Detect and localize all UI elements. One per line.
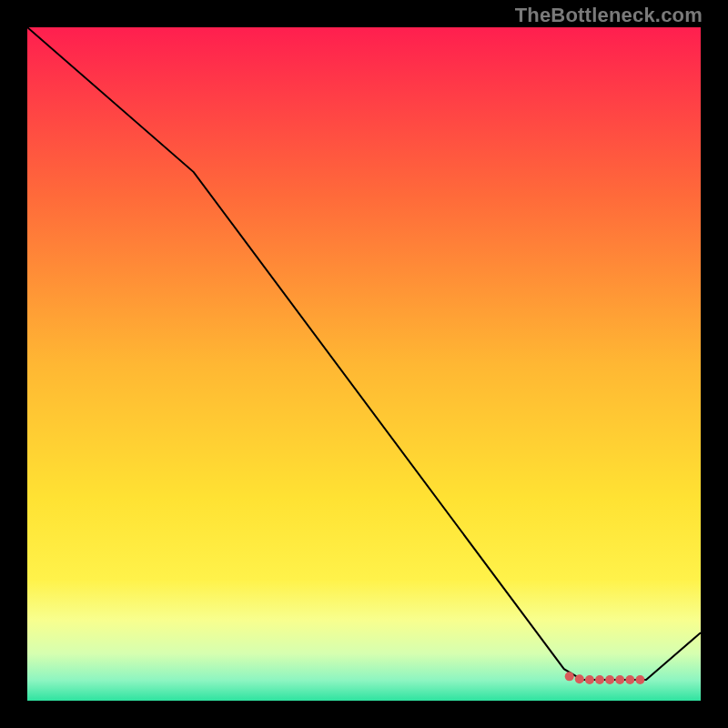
marker-point — [635, 675, 644, 684]
marker-point — [615, 675, 624, 684]
marker-point — [565, 672, 574, 681]
chart-frame: TheBottleneck.com — [0, 0, 728, 728]
marker-point — [585, 675, 594, 684]
watermark-text: TheBottleneck.com — [515, 4, 703, 27]
marker-point — [625, 675, 634, 684]
marker-point — [605, 675, 614, 684]
marker-point — [575, 674, 584, 683]
gradient-background — [27, 27, 701, 701]
chart-plot — [27, 27, 701, 701]
marker-point — [595, 675, 604, 684]
